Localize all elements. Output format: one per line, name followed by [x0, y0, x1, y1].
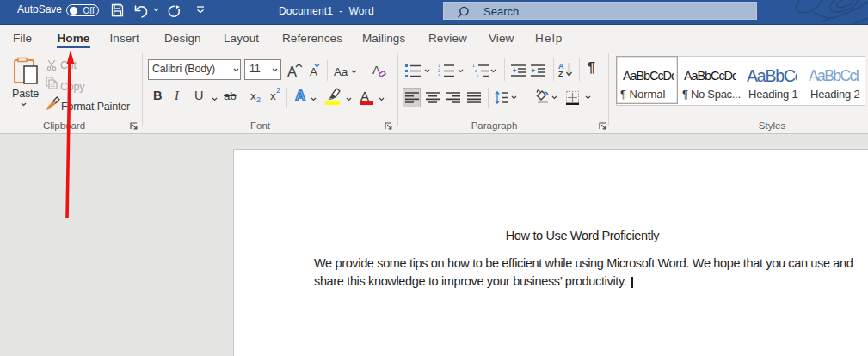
svg-text:3: 3 — [438, 73, 440, 78]
svg-text:i: i — [477, 73, 478, 78]
